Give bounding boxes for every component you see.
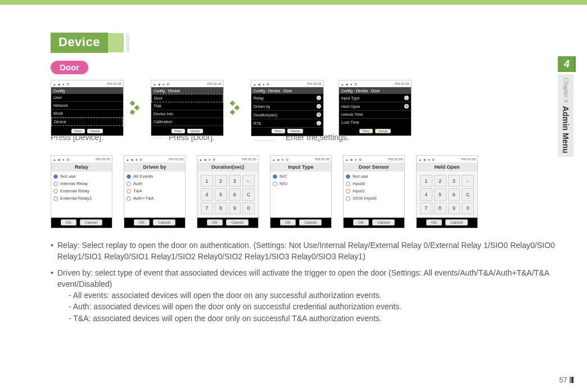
screenshot-relay: ▲ ■ ● ⚙PM 02:30 Relay Not use Internal R… [51,155,112,228]
arrow-icon [229,100,245,116]
description-list: Relay: Select replay to open the door on… [51,240,574,324]
screenshot-input-type: ▲ ■ ● ⚙PM 02:30 Input Type N/C N/O OKCan… [270,155,332,228]
screenshot-held-open: ▲ ■ ● ⚙PM 02:30 Held Open 123← 456C 7890… [416,155,478,228]
bullet-driven-by: Driven by: select type of event that ass… [51,267,574,324]
section-heading: Device [51,33,574,53]
chapter-tab: 4 Chapter 4. Admin Menu [558,56,576,159]
arrow-icon [129,100,145,116]
screenshot-device: ▲ ■ ● ⚙PM 02:30 Config · Device Door TNA… [151,80,224,136]
screenshot-driven-by: ▲ ■ ● ⚙PM 02:30 Driven by All Events Aut… [124,155,186,228]
page-number: 57 [559,376,574,384]
bullet-relay: Relay: Select replay to open the door on… [51,240,574,263]
screenshot-door-2: ▲ ■ ● ⚙PM 02:30 Config · Device · Door I… [338,80,412,136]
chapter-title: Chapter 4. Admin Menu [558,74,574,157]
subsection-pill: Door [51,61,88,74]
screenshot-door-sensor: ▲ ■ ● ⚙PM 02:30 Door Sensor Not use Inpu… [343,155,405,228]
chapter-number: 4 [558,56,576,72]
screenshot-duration: ▲ ■ ● ⚙PM 02:30 Duration(sec) 123← 456C … [197,155,259,228]
screenshot-config: ▲ ■ ● ⚙PM 02:30 Config User Network Mode… [51,80,124,136]
heading-chip: Device [51,33,108,53]
screenshot-door-1: ▲ ■ ● ⚙PM 02:30 Config · Device · Door R… [251,80,324,136]
